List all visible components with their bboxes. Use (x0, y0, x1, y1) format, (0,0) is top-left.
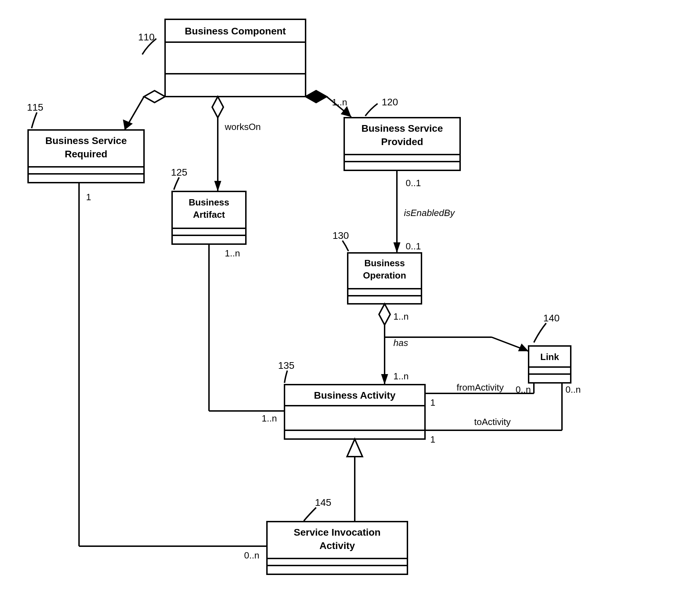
mult-src: 1..n (393, 311, 408, 322)
ref-number: 110 (138, 32, 155, 43)
edge-label: has (393, 338, 408, 348)
class-title-l1: Service Invocation (294, 527, 380, 538)
svg-marker-48 (347, 439, 362, 457)
ref-number: 140 (543, 313, 560, 323)
svg-marker-32 (214, 181, 221, 191)
edge-label: worksOn (224, 122, 261, 132)
mult: 1..n (262, 413, 277, 424)
svg-marker-29 (341, 106, 351, 117)
ref-number: 145 (315, 497, 332, 508)
rel-sia-gen-bact (347, 439, 362, 522)
ref-leader (365, 104, 378, 116)
ref-leader (32, 112, 37, 128)
class-title: Business Component (185, 26, 286, 37)
mult: 1..n (225, 248, 240, 259)
rel-artifact-to-bact: 1..n (209, 244, 284, 424)
mult-tgt: 0..n (516, 384, 531, 395)
mult-src: 1 (430, 434, 435, 445)
svg-marker-30 (212, 97, 223, 118)
class-business-activity: Business Activity (284, 385, 425, 439)
mult-tgt: 0..n (244, 550, 259, 561)
ref-leader (304, 508, 316, 521)
mult-tgt: 0..n (565, 384, 581, 395)
uml-class-diagram: Business Component 110 Business Service … (0, 0, 700, 608)
ref-leader (174, 177, 179, 190)
svg-marker-37 (381, 374, 388, 385)
mult: 1..n (332, 97, 347, 107)
mult-src: 1 (430, 397, 435, 408)
ref-number: 125 (171, 167, 188, 178)
class-title-l2: Provided (381, 136, 423, 147)
ref-leader (534, 323, 546, 342)
class-title-l2: Required (65, 149, 107, 159)
svg-marker-34 (393, 242, 400, 253)
svg-marker-24 (144, 91, 165, 103)
mult-src: 1 (86, 192, 91, 202)
class-business-component: Business Component (165, 19, 306, 97)
mult-src: 0..1 (406, 178, 421, 188)
class-business-operation: Business Operation (348, 253, 421, 304)
class-title-l1: Business (189, 197, 229, 208)
class-link: Link (529, 346, 571, 383)
edge-label: fromActivity (457, 382, 504, 393)
rel-bc-to-artifact: worksOn (212, 97, 261, 191)
svg-marker-35 (379, 304, 390, 325)
rel-bc-to-bsr (123, 91, 165, 130)
rel-bact-link-from: fromActivity 1 0..n (425, 382, 534, 408)
class-title-l1: Business (364, 258, 405, 268)
svg-marker-26 (123, 119, 133, 130)
mult-tgt: 1..n (393, 371, 408, 381)
ref-number: 120 (382, 97, 398, 107)
class-title-l2: Activity (319, 540, 355, 551)
ref-number: 115 (27, 102, 44, 113)
ref-number: 135 (278, 360, 295, 371)
rel-bsp-to-bo: 0..1 isEnabledBy 0..1 (393, 170, 456, 253)
rel-bo-to-bact: 1..n has 1..n (379, 304, 408, 385)
class-service-invocation-activity: Service Invocation Activity (267, 522, 407, 574)
ref-leader (284, 371, 287, 383)
class-business-artifact: Business Artifact (172, 191, 246, 244)
class-title: Business Activity (314, 390, 396, 401)
class-title-l1: Business Service (45, 135, 127, 146)
edge-label: isEnabledBy (404, 208, 456, 218)
mult-tgt: 0..1 (406, 241, 421, 251)
ref-number: 130 (333, 230, 349, 241)
class-title-l2: Operation (363, 270, 406, 281)
class-title-l2: Artifact (193, 209, 225, 220)
class-title: Link (540, 352, 559, 362)
svg-marker-27 (306, 91, 327, 103)
class-business-service-required: Business Service Required (28, 130, 144, 183)
rel-bc-to-bsp: 1..n (306, 91, 351, 117)
ref-leader (342, 241, 348, 251)
class-title-l1: Business Service (361, 123, 443, 134)
edge-label: toActivity (474, 417, 511, 427)
class-business-service-provided: Business Service Provided (344, 118, 460, 170)
